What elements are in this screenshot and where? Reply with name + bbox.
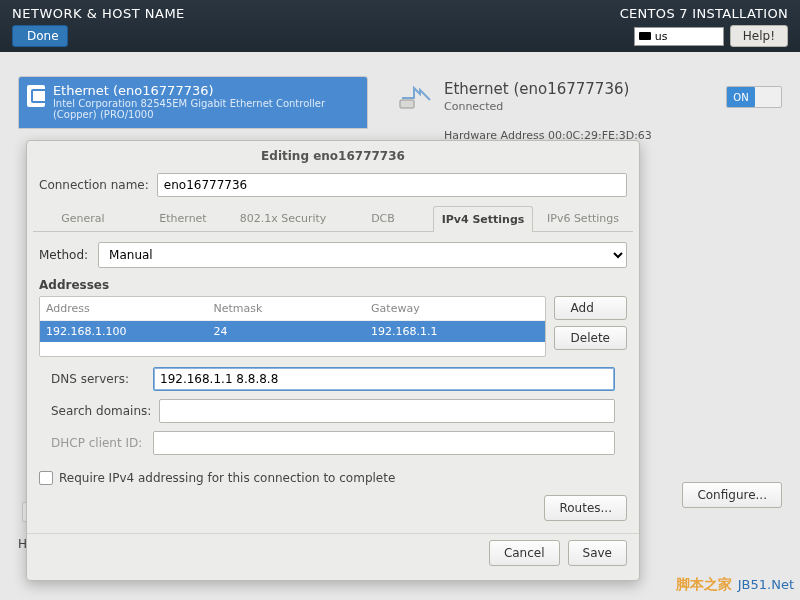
dns-servers-input[interactable]: [153, 367, 615, 391]
main-area: Ethernet (eno16777736) Intel Corporation…: [0, 52, 800, 142]
tab-ethernet[interactable]: Ethernet: [133, 205, 233, 231]
connection-name-input[interactable]: [157, 173, 627, 197]
col-gateway: Gateway: [371, 300, 538, 317]
interface-list[interactable]: Ethernet (eno16777736) Intel Corporation…: [18, 76, 368, 129]
search-domains-input[interactable]: [159, 399, 615, 423]
spoke-title: NETWORK & HOST NAME: [12, 6, 185, 21]
watermark: 脚本之家JB51.Net: [676, 576, 794, 594]
routes-button[interactable]: Routes...: [544, 495, 627, 521]
col-netmask: Netmask: [213, 300, 371, 317]
done-button[interactable]: Done: [12, 25, 68, 47]
keyboard-icon: [639, 32, 651, 40]
configure-button[interactable]: Configure...: [682, 482, 782, 508]
addresses-header-row: Address Netmask Gateway: [40, 297, 545, 321]
col-address: Address: [46, 300, 213, 317]
product-title: CENTOS 7 INSTALLATION: [620, 6, 788, 21]
top-bar: NETWORK & HOST NAME Done CENTOS 7 INSTAL…: [0, 0, 800, 52]
interface-on-off-toggle[interactable]: ON: [726, 86, 782, 108]
addresses-heading: Addresses: [39, 278, 627, 292]
method-label: Method:: [39, 248, 88, 262]
method-select[interactable]: Manual: [98, 242, 627, 268]
toggle-on-label: ON: [727, 87, 755, 107]
interface-detail: Ethernet (eno16777736) Connected Hardwar…: [398, 76, 652, 142]
tab-general[interactable]: General: [33, 205, 133, 231]
svg-rect-0: [400, 100, 414, 108]
detail-interface-name: Ethernet (eno16777736): [444, 80, 652, 98]
help-button[interactable]: Help!: [730, 25, 788, 47]
dialog-title: Editing eno16777736: [27, 141, 639, 173]
interface-subtitle: Intel Corporation 82545EM Gigabit Ethern…: [53, 98, 359, 120]
cancel-button[interactable]: Cancel: [489, 540, 560, 566]
delete-address-button[interactable]: Delete: [554, 326, 627, 350]
dhcp-client-id-label: DHCP client ID:: [51, 436, 145, 450]
keyboard-layout-label: us: [655, 30, 668, 43]
edit-connection-dialog: Editing eno16777736 Connection name: Gen…: [26, 140, 640, 581]
detail-status: Connected: [444, 100, 652, 113]
ethernet-icon: [27, 85, 45, 107]
keyboard-layout-indicator[interactable]: us: [634, 27, 724, 46]
dialog-tabs: General Ethernet 802.1x Security DCB IPv…: [33, 205, 633, 232]
tab-ipv6-settings[interactable]: IPv6 Settings: [533, 205, 633, 231]
interface-list-item[interactable]: Ethernet (eno16777736) Intel Corporation…: [19, 77, 367, 128]
save-button[interactable]: Save: [568, 540, 627, 566]
require-ipv4-checkbox[interactable]: [39, 471, 53, 485]
ipv4-settings-panel: Method: Manual Addresses Address Netmask…: [27, 232, 639, 467]
add-address-button[interactable]: Add: [554, 296, 627, 320]
search-domains-label: Search domains:: [51, 404, 151, 418]
dhcp-client-id-input[interactable]: [153, 431, 615, 455]
dns-servers-label: DNS servers:: [51, 372, 145, 386]
require-ipv4-label: Require IPv4 addressing for this connect…: [59, 471, 395, 485]
addresses-table[interactable]: Address Netmask Gateway 192.168.1.100 24…: [39, 296, 546, 357]
interface-name: Ethernet (eno16777736): [53, 83, 359, 98]
tab-dcb[interactable]: DCB: [333, 205, 433, 231]
address-row[interactable]: 192.168.1.100 24 192.168.1.1: [40, 321, 545, 342]
tab-ipv4-settings[interactable]: IPv4 Settings: [433, 206, 533, 232]
nic-icon: [398, 80, 434, 112]
connection-name-label: Connection name:: [39, 178, 149, 192]
tab-8021x-security[interactable]: 802.1x Security: [233, 205, 333, 231]
